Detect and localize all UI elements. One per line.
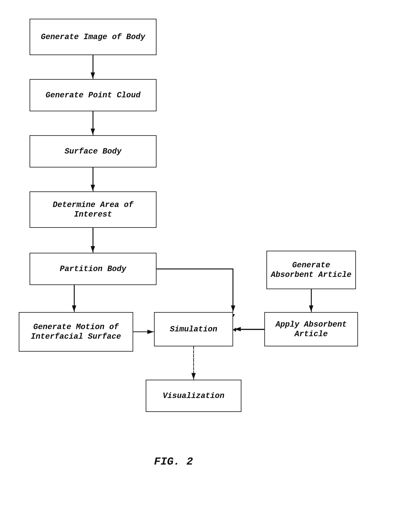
arrow-4-5: [93, 228, 93, 253]
flowchart-diagram: Generate Image of Body Generate Point Cl…: [8, 8, 412, 508]
visualization-label: Visualization: [163, 391, 224, 401]
determine-area-box: Determine Area of Interest: [30, 192, 157, 228]
simulation-box: Simulation: [154, 312, 233, 347]
arrow-5-sim: [157, 269, 233, 269]
arrow-apply-sim: [236, 329, 264, 330]
generate-motion-label: Generate Motion of Interfacial Surface: [22, 322, 129, 341]
generate-point-cloud-label: Generate Point Cloud: [45, 90, 141, 100]
apply-absorbent-label: Apply Absorbent Article: [268, 320, 354, 339]
figure-label: FIG. 2: [154, 456, 193, 468]
arrow-6-sim: [133, 332, 154, 332]
visualization-box: Visualization: [146, 380, 241, 412]
partition-body-box: Partition Body: [30, 253, 157, 285]
generate-image-label: Generate Image of Body: [41, 32, 145, 42]
partition-body-label: Partition Body: [60, 264, 126, 274]
arrow-5-sim-v: [232, 269, 233, 314]
arrow-1-2: [93, 55, 93, 79]
generate-absorbent-label: Generate Absorbent Article: [270, 260, 352, 279]
generate-absorbent-box: Generate Absorbent Article: [266, 251, 356, 289]
arrow-5-sim-connector: [157, 269, 157, 269]
determine-area-label: Determine Area of Interest: [33, 200, 153, 219]
simulation-label: Simulation: [170, 325, 217, 334]
apply-absorbent-box: Apply Absorbent Article: [264, 312, 358, 347]
arrow-sim-vis: [193, 347, 194, 380]
arrow-2-3: [93, 111, 93, 135]
arrow-3-4: [93, 168, 93, 192]
arrow-gen-apply: [311, 289, 312, 314]
generate-image-box: Generate Image of Body: [30, 19, 157, 55]
generate-motion-box: Generate Motion of Interfacial Surface: [19, 312, 133, 352]
surface-body-label: Surface Body: [65, 147, 121, 156]
arrow-5-6: [74, 285, 75, 314]
generate-point-cloud-box: Generate Point Cloud: [30, 79, 157, 111]
surface-body-box: Surface Body: [30, 135, 157, 168]
